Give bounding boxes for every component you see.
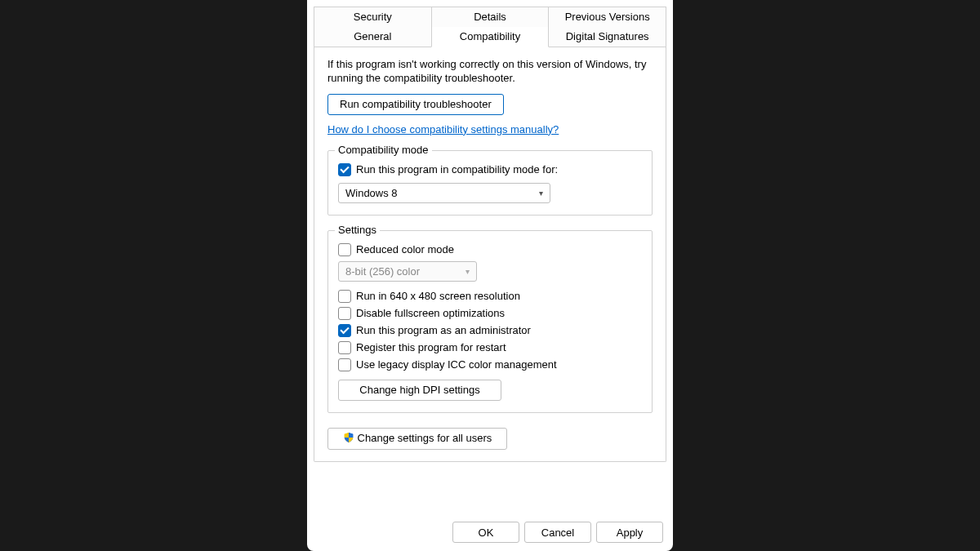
change-dpi-button[interactable]: Change high DPI settings (338, 380, 501, 401)
reduced-color-label: Reduced color mode (356, 243, 454, 256)
compat-mode-select-value: Windows 8 (345, 187, 398, 199)
disable-fullscreen-label: Disable fullscreen optimizations (356, 307, 505, 319)
uac-shield-icon (343, 432, 354, 446)
settings-legend: Settings (335, 224, 380, 236)
tab-security[interactable]: Security (314, 7, 432, 27)
change-settings-all-users-label: Change settings for all users (358, 432, 492, 444)
apply-button[interactable]: Apply (596, 522, 663, 543)
run-640x480-label: Run in 640 x 480 screen resolution (356, 290, 520, 302)
reduced-color-checkbox[interactable] (338, 243, 351, 256)
change-settings-all-users-button[interactable]: Change settings for all users (327, 428, 507, 450)
compatibility-help-link[interactable]: How do I choose compatibility settings m… (327, 123, 559, 136)
color-depth-select: 8-bit (256) color ▾ (338, 261, 477, 282)
tab-strip: Security Details Previous Versions Gener… (314, 7, 666, 47)
cancel-button[interactable]: Cancel (524, 522, 591, 543)
tab-compatibility[interactable]: Compatibility (431, 27, 550, 47)
legacy-icc-label: Use legacy display ICC color management (356, 358, 557, 371)
compatibility-intro-text: If this program isn't working correctly … (327, 58, 653, 86)
register-restart-checkbox[interactable] (338, 341, 351, 354)
tab-previous-versions[interactable]: Previous Versions (548, 7, 666, 27)
register-restart-label: Register this program for restart (356, 341, 506, 353)
properties-dialog: Security Details Previous Versions Gener… (307, 0, 673, 551)
compat-mode-checkbox-label: Run this program in compatibility mode f… (356, 163, 558, 176)
compatibility-mode-group: Compatibility mode Run this program in c… (327, 150, 653, 216)
run-as-admin-label: Run this program as an administrator (356, 324, 531, 336)
compatibility-panel: If this program isn't working correctly … (314, 47, 666, 462)
run-as-admin-checkbox[interactable] (338, 324, 351, 337)
compat-mode-select[interactable]: Windows 8 ▾ (338, 183, 550, 203)
run-640x480-checkbox[interactable] (338, 290, 351, 303)
compat-mode-checkbox[interactable] (338, 163, 351, 176)
tab-general[interactable]: General (314, 27, 432, 47)
chevron-down-icon: ▾ (539, 189, 543, 198)
legacy-icc-checkbox[interactable] (338, 358, 351, 371)
disable-fullscreen-checkbox[interactable] (338, 307, 351, 320)
settings-group: Settings Reduced color mode 8-bit (256) … (327, 230, 653, 413)
tab-details[interactable]: Details (431, 7, 550, 27)
dialog-button-row: OK Cancel Apply (314, 513, 666, 551)
tab-digital-signatures[interactable]: Digital Signatures (548, 27, 666, 47)
compatibility-mode-legend: Compatibility mode (335, 144, 432, 156)
run-troubleshooter-button[interactable]: Run compatibility troubleshooter (327, 94, 504, 115)
color-depth-value: 8-bit (256) color (345, 265, 420, 278)
chevron-down-icon: ▾ (466, 267, 470, 276)
ok-button[interactable]: OK (452, 522, 519, 543)
